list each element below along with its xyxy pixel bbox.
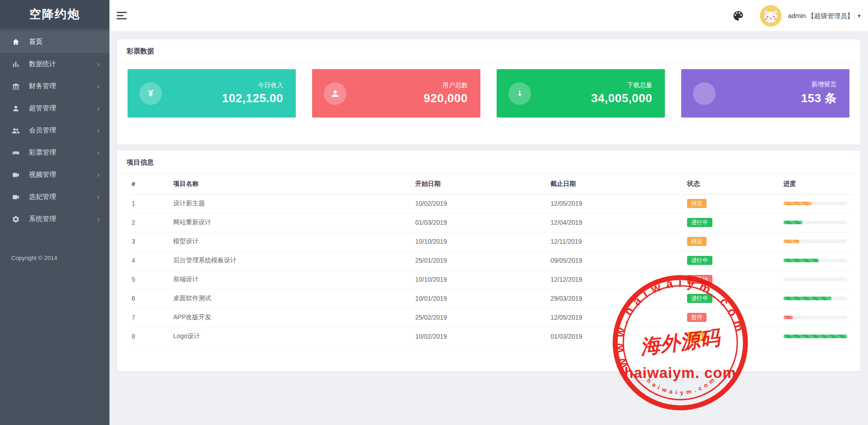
cell-end: 12/12/2019 [550,270,687,289]
table-row: 1设计新主题10/02/201912/05/2019待定 [132,194,852,213]
cell-num: 5 [132,270,173,289]
status-badge: 完成 [687,332,707,341]
gamepad-icon [12,148,21,157]
table-body: 1设计新主题10/02/201912/05/2019待定2网站重新设计01/03… [132,194,852,346]
chevron-right-icon: › [97,127,100,134]
cell-end: 09/05/2019 [550,251,687,270]
projects-table: #项目名称开始日期截止日期状态进度 1设计新主题10/02/201912/05/… [132,174,852,346]
table-row: 3模型设计10/10/201912/11/2019待定 [132,232,852,251]
sidebar-item-2[interactable]: 数据统计› [0,53,109,75]
chevron-right-icon: › [97,194,100,201]
sidebar-item-label: 财务管理 [29,82,56,90]
menu-toggle-icon[interactable] [117,12,127,19]
sidebar-item-4[interactable]: 超管管理› [0,97,109,119]
cell-progress [783,308,852,327]
progress-bar [783,202,847,205]
bank-icon [12,82,21,91]
status-badge: 待定 [687,237,707,246]
user-icon [12,104,21,113]
sidebar-item-8[interactable]: 选妃管理› [0,186,109,208]
sidebar-item-5[interactable]: 会员管理› [0,119,109,142]
column-header: 进度 [783,174,852,194]
sidebar-item-6[interactable]: 彩票管理› [0,142,109,164]
progress-bar [783,316,847,319]
column-header: 状态 [687,174,783,194]
comment-icon [693,82,716,105]
progress-bar-fill [783,259,819,262]
users-icon [12,126,21,135]
sidebar-item-label: 选妃管理 [29,193,56,201]
status-badge: 进行中 [687,294,712,303]
cell-progress [783,213,852,232]
projects-section-title: 项目信息 [117,151,860,174]
cell-status: 进行中 [687,251,783,270]
cell-end: 12/05/2019 [550,194,687,213]
sidebar-item-9[interactable]: 系统管理› [0,208,109,230]
column-header: 项目名称 [173,174,415,194]
progress-bar-fill [783,335,847,338]
progress-bar [783,240,847,243]
sidebar-item-3[interactable]: 财务管理› [0,75,109,97]
stat-card-1: ¥今日收入102,125.00 [128,69,296,118]
status-badge: 未开始 [687,275,712,284]
cell-progress [783,270,852,289]
cell-num: 1 [132,194,173,213]
person-icon [324,82,346,105]
theme-palette-icon[interactable] [732,9,745,22]
column-header: 开始日期 [415,174,550,194]
app-logo: 空降约炮 [0,0,109,28]
cell-progress [783,232,852,251]
avatar[interactable] [760,5,782,27]
chevron-right-icon: › [97,83,100,90]
sidebar-item-1[interactable]: 首页 [0,31,109,53]
yen-icon: ¥ [139,82,162,105]
stat-card-4: 新增留言153 条 [681,69,849,118]
stat-card-value: 34,005,000 [591,91,652,105]
svg-text:haiwaiym.com: haiwaiym.com [645,374,718,396]
cell-num: 3 [132,232,173,251]
cell-start: 25/01/2019 [415,251,550,270]
cell-progress [783,251,852,270]
stat-card-value: 920,000 [424,91,468,105]
sidebar-item-label: 会员管理 [29,126,56,135]
cell-status: 未开始 [687,270,783,289]
sidebar-item-label: 超管管理 [29,104,56,113]
cell-start: 10/01/2019 [415,289,550,308]
progress-bar [783,278,847,281]
cell-name: 后台管理系统模板设计 [173,251,415,270]
table-row: 2网站重新设计01/03/201912/04/2019进行中 [132,213,852,232]
stat-card-text: 下载总量34,005,000 [591,81,652,105]
progress-bar [783,335,847,338]
cell-name: APP改版开发 [173,308,415,327]
table-row: 6桌面软件测试10/01/201929/03/2019进行中 [132,289,852,308]
chevron-right-icon: › [97,216,100,223]
cell-status: 进行中 [687,289,783,308]
stat-card-label: 用户总数 [424,81,468,90]
user-menu[interactable]: admin 【超级管理员】 [788,12,854,20]
status-badge: 进行中 [687,218,712,227]
copyright-text: Copyright © 2014 [11,255,57,261]
sidebar-menu: 首页数据统计›财务管理›超管管理›会员管理›彩票管理›视频管理›选妃管理›系统管… [0,31,109,230]
home-icon [12,38,21,47]
cell-name: 设计新主题 [173,194,415,213]
cell-status: 待定 [687,232,783,251]
cell-start: 10/02/2019 [415,194,550,213]
cell-progress [783,327,852,346]
progress-bar-fill [783,297,831,300]
stat-card-value: 153 条 [801,90,837,106]
stat-card-label: 今日收入 [222,81,283,90]
cell-num: 8 [132,327,173,346]
table-row: 4后台管理系统模板设计25/01/201909/05/2019进行中 [132,251,852,270]
cell-start: 10/10/2019 [415,232,550,251]
cell-name: 桌面软件测试 [173,289,415,308]
progress-bar-fill [783,316,793,319]
table-row: 7APP改版开发25/02/201912/05/2019暂停 [132,308,852,327]
column-header: 截止日期 [550,174,687,194]
cell-num: 7 [132,308,173,327]
stat-cards: ¥今日收入102,125.00用户总数920,000下载总量34,005,000… [117,63,860,118]
stat-card-text: 用户总数920,000 [424,81,468,105]
sidebar-item-label: 视频管理 [29,170,56,179]
video-icon [12,170,21,179]
chevron-down-icon[interactable]: ▼ [857,13,862,19]
sidebar-item-7[interactable]: 视频管理› [0,164,109,186]
